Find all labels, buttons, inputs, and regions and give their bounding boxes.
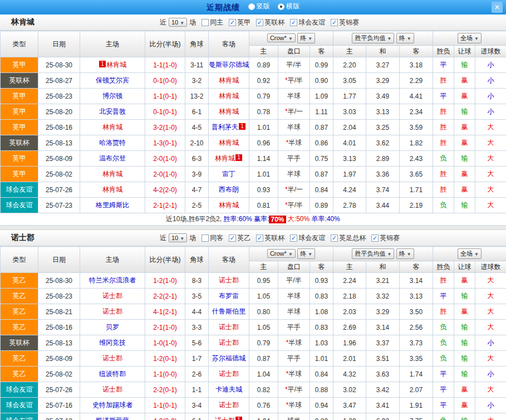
team-link[interactable]: 诺士郡 xyxy=(219,401,239,409)
odds-company-select[interactable]: Crow* ▼ xyxy=(267,33,296,42)
team-link[interactable]: 什鲁斯伯里 xyxy=(212,307,245,315)
final-odds-select[interactable]: 终 ▼ xyxy=(297,33,315,43)
filter-checkbox-英联杯[interactable]: ✓英联杯 xyxy=(256,233,284,243)
score-link[interactable]: 3-2(1-0) xyxy=(145,120,185,135)
score-link[interactable]: 2-1(1-0) xyxy=(145,320,185,335)
team-link[interactable]: 诺士郡 xyxy=(219,323,239,331)
team-link[interactable]: 诺士郡 xyxy=(102,385,122,393)
league-badge: 英联杯 xyxy=(1,73,38,89)
team-link[interactable]: 普利茅夫 xyxy=(212,123,238,131)
scope-select[interactable]: 全场 ▼ xyxy=(458,248,482,259)
final-avg-select[interactable]: 终 ▼ xyxy=(396,248,414,259)
scope-select[interactable]: 全场 ▼ xyxy=(458,33,482,43)
team-link[interactable]: 林肯城 xyxy=(102,170,122,178)
team-link[interactable]: 纽波特郡 xyxy=(99,370,126,378)
team-link[interactable]: 哈洛贾特 xyxy=(99,139,126,146)
radio-unselected-icon xyxy=(248,3,255,10)
team-link[interactable]: 林肯城 xyxy=(219,92,239,100)
team-link[interactable]: 史特加踢球者 xyxy=(92,401,132,409)
team-link[interactable]: 诺士郡 xyxy=(102,354,122,362)
score-link[interactable]: 1-1(1-0) xyxy=(145,57,185,73)
team-link[interactable]: 林肯城 xyxy=(219,201,239,209)
team-link[interactable]: 诺士郡 xyxy=(219,276,239,284)
score-link[interactable]: 1-1(0-1) xyxy=(145,89,185,104)
team-link[interactable]: 北安普敦 xyxy=(99,108,126,115)
team-link[interactable]: 林肯城 xyxy=(102,185,122,193)
radio-horizontal-layout[interactable]: 横版 xyxy=(278,2,299,11)
team-link[interactable]: 林肯城 xyxy=(106,61,126,69)
wdl-result: 平 xyxy=(433,398,454,413)
score-link[interactable]: 2-1(2-1) xyxy=(145,198,185,213)
filter-checkbox-英乙[interactable]: ✓英乙 xyxy=(229,233,250,243)
handicap-line: *半球 xyxy=(278,398,310,413)
score-link[interactable]: 4-0(3-0) xyxy=(145,413,185,420)
team-link[interactable]: 林肯城 xyxy=(215,154,235,162)
radio-vertical-layout[interactable]: 竖版 xyxy=(248,2,270,11)
team-link[interactable]: 雷丁 xyxy=(222,170,235,178)
handicap-line: *半/一 xyxy=(278,182,310,198)
filter-checkbox-英甲[interactable]: ✓英甲 xyxy=(229,18,250,27)
final-avg-select[interactable]: 终 ▼ xyxy=(396,33,414,43)
match-date: 25-08-27 xyxy=(38,73,80,89)
team-link[interactable]: 博尔顿 xyxy=(102,92,122,100)
team-link[interactable]: 温布尔登 xyxy=(99,154,126,162)
team-link[interactable]: 凯泽斯劳藤 xyxy=(96,417,129,420)
filter-checkbox-英锦赛[interactable]: ✓英锦赛 xyxy=(371,233,400,243)
avg-odds-select[interactable]: 胜平负均值 ▼ xyxy=(352,33,394,43)
score-link[interactable]: 1-2(1-0) xyxy=(145,273,185,289)
chevron-down-icon: ▼ xyxy=(288,252,293,257)
team-link[interactable]: 贝罗 xyxy=(106,323,119,331)
team-link[interactable]: 西布朗 xyxy=(219,185,239,193)
filter-checkbox-球会友谊[interactable]: ✓球会友谊 xyxy=(290,233,325,243)
team-link[interactable]: 诺士郡 xyxy=(102,307,122,315)
score-link[interactable]: 2-0(1-0) xyxy=(145,151,185,167)
team-link[interactable]: 诺士郡 xyxy=(215,417,235,420)
team-link[interactable]: 林肯城 xyxy=(219,76,239,84)
team-link[interactable]: 林肯城 xyxy=(219,108,239,115)
team-link[interactable]: 林肯城 xyxy=(102,123,122,131)
score-link[interactable]: 4-1(2-1) xyxy=(145,304,185,320)
score-link[interactable]: 1-3(0-1) xyxy=(145,135,185,151)
score-link[interactable]: 1-2(0-1) xyxy=(145,351,185,367)
avg-away-odds: 2.34 xyxy=(400,104,433,120)
score-link[interactable]: 1-0(1-0) xyxy=(145,335,185,351)
avg-odds-select[interactable]: 胜平负均值 ▼ xyxy=(352,248,394,259)
score-link[interactable]: 2-0(1-0) xyxy=(145,167,185,182)
handicap-result: 赢 xyxy=(454,89,475,104)
filter-checkbox-同客[interactable]: 同客 xyxy=(202,233,223,243)
team-link[interactable]: 曼斯菲尔德城 xyxy=(209,61,249,69)
team-link[interactable]: 诺士郡 xyxy=(219,339,239,346)
filter-checkbox-英足总杯[interactable]: ✓英足总杯 xyxy=(331,233,366,243)
team-link[interactable]: 布罗雷 xyxy=(219,292,239,300)
odds-company-select[interactable]: Crow* ▼ xyxy=(267,249,296,258)
filter-checkbox-球会友谊[interactable]: ✓球会友谊 xyxy=(290,18,325,27)
filter-checkbox-英联杯[interactable]: ✓英联杯 xyxy=(256,18,284,27)
score-link[interactable]: 4-2(2-0) xyxy=(145,182,185,198)
team-link[interactable]: 保顿艾尔宾 xyxy=(96,76,129,84)
close-button[interactable]: ✕ xyxy=(492,2,503,13)
score-link[interactable]: 2-2(0-1) xyxy=(145,382,185,398)
score-link[interactable]: 0-1(0-1) xyxy=(145,104,185,120)
team-link[interactable]: 格里姆斯比 xyxy=(96,201,129,209)
team-link[interactable]: 维冈竞技 xyxy=(99,339,126,346)
match-count-select[interactable]: 10 ▼ xyxy=(169,18,187,27)
score-link[interactable]: 0-1(0-0) xyxy=(145,73,185,89)
filter-checkbox-同主[interactable]: 同主 xyxy=(202,18,223,27)
team-link[interactable]: 苏尔福德城 xyxy=(212,354,245,362)
team-link[interactable]: 特兰米尔流浪者 xyxy=(89,276,136,284)
match-count-select[interactable]: 10 ▼ xyxy=(169,233,187,242)
match-row: 英甲 25-08-30 1林肯城 1-1(1-0) 3-11 曼斯菲尔德城 0.… xyxy=(1,57,506,73)
subcol-7: 让球 xyxy=(454,261,475,273)
filter-checkbox-英锦赛[interactable]: ✓英锦赛 xyxy=(331,18,359,27)
score-link[interactable]: 1-1(0-0) xyxy=(145,367,185,382)
team-link[interactable]: 诺士郡 xyxy=(102,292,122,300)
team-link[interactable]: 林肯城 xyxy=(219,139,239,146)
score-link[interactable]: 1-1(0-1) xyxy=(145,398,185,413)
team-name: 诺士郡 xyxy=(11,233,35,243)
score-link[interactable]: 2-2(2-1) xyxy=(145,289,185,304)
chevron-down-icon: ▼ xyxy=(407,252,411,257)
final-odds-select[interactable]: 终 ▼ xyxy=(297,248,315,259)
team-link[interactable]: 诺士郡 xyxy=(219,370,239,378)
team-link[interactable]: 卡迪夫城 xyxy=(215,385,242,393)
subcol-3: 主 xyxy=(333,261,366,273)
